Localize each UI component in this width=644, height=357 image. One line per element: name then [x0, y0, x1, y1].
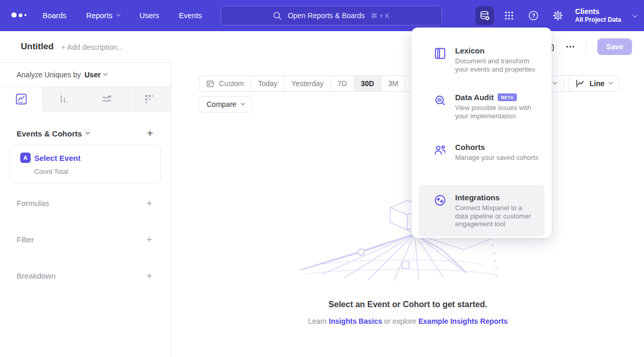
date-range-custom[interactable]: Custom: [199, 76, 251, 91]
example-reports-link[interactable]: Example Insights Reports: [418, 317, 508, 325]
menu-item-integrations[interactable]: Integrations Connect Mixpanel to a data …: [419, 185, 544, 237]
tab-retention-grid[interactable]: [128, 87, 171, 112]
bar-chart-icon: [58, 93, 70, 105]
chart-type-tabs: [0, 87, 171, 112]
beta-badge: BETA: [498, 93, 517, 101]
apps-grid-button[interactable]: [500, 6, 518, 25]
filter-label: Filter: [17, 235, 34, 244]
breakdown-label: Breakdown: [17, 271, 56, 280]
menu-item-title: Data Audit: [455, 93, 494, 102]
nav-link-users[interactable]: Users: [140, 11, 159, 20]
report-actions: Save: [544, 31, 632, 62]
analyze-row: Analyze Uniques by User: [17, 63, 107, 87]
line-chart-icon: [16, 93, 27, 105]
chevron-down-icon: [103, 71, 107, 75]
top-nav: Boards Reports Users Events Open Reports…: [0, 0, 644, 31]
menu-item-data-audit[interactable]: Data Audit BETA View possible issues wit…: [412, 93, 552, 120]
date-range-today[interactable]: Today: [251, 76, 284, 91]
explore-middle: or explore: [382, 317, 418, 325]
nav-link-events[interactable]: Events: [179, 11, 202, 20]
more-options-icon[interactable]: [566, 45, 575, 48]
line-style-icon: [576, 79, 585, 88]
menu-item-description: Manage your saved cohorts: [455, 154, 538, 162]
chevron-down-icon[interactable]: [633, 12, 638, 18]
lexicon-book-icon: [433, 47, 447, 60]
add-filter-button[interactable]: +: [146, 235, 152, 244]
query-builder-sidebar: Analyze Uniques by User: [0, 62, 171, 357]
menu-item-title: Cohorts: [455, 143, 485, 152]
database-gear-icon: [479, 10, 490, 21]
menu-item-title: Lexicon: [455, 46, 485, 55]
search-placeholder: Open Reports & Boards: [287, 11, 365, 20]
retention-grid-icon: [144, 93, 155, 105]
data-audit-icon: [433, 93, 447, 107]
settings-gear-icon: [552, 10, 564, 21]
add-formula-button[interactable]: +: [146, 198, 152, 208]
chevron-down-icon: [553, 80, 557, 84]
svg-text:?: ?: [532, 12, 536, 19]
menu-item-cohorts[interactable]: Cohorts Manage your saved cohorts: [412, 143, 552, 162]
divider: [586, 40, 586, 53]
menu-item-lexicon[interactable]: Lexicon Document and transform your even…: [412, 46, 552, 73]
events-cohorts-header: Events & Cohorts +: [17, 128, 153, 139]
analyze-label: Analyze Uniques by: [17, 71, 81, 79]
apps-grid-icon: [504, 10, 514, 21]
data-management-menu: Lexicon Document and transform your even…: [412, 28, 552, 238]
add-description-field[interactable]: + Add description...: [61, 43, 123, 51]
chevron-down-icon: [609, 80, 613, 84]
select-event-label[interactable]: Select Event: [34, 154, 80, 162]
event-card[interactable]: A Select Event Count Total: [9, 145, 161, 183]
report-title[interactable]: Untitled: [21, 42, 53, 52]
org-name: Clients: [575, 7, 621, 17]
global-search-input[interactable]: Open Reports & Boards ⌘ + K: [221, 6, 442, 25]
tab-flow[interactable]: [85, 87, 128, 112]
date-range-3m[interactable]: 3M: [381, 76, 405, 91]
breakdown-section: Breakdown +: [17, 271, 152, 281]
project-switcher[interactable]: Clients All Project Data: [575, 7, 621, 24]
nav-link-boards[interactable]: Boards: [43, 11, 66, 20]
formulas-section: Formulas +: [17, 198, 152, 208]
events-cohorts-label[interactable]: Events & Cohorts: [17, 129, 82, 138]
report-canvas: Custom Today Yesterday 7D 30D 3M 6M Line…: [172, 62, 644, 357]
menu-item-description: View possible issues with your implement…: [455, 104, 542, 120]
settings-button[interactable]: [549, 6, 567, 25]
empty-state-links: Learn Insights Basics or explore Example…: [172, 317, 644, 325]
date-range-7d[interactable]: 7D: [330, 76, 353, 91]
chevron-down-icon: [116, 12, 120, 16]
menu-item-description: Document and transform your events and p…: [455, 57, 542, 73]
calendar-icon: [206, 79, 214, 88]
chart-style-dropdown[interactable]: Line: [568, 75, 620, 92]
formulas-label: Formulas: [17, 199, 49, 208]
date-range-30d[interactable]: 30D: [353, 76, 381, 91]
empty-state-title: Select an Event or Cohort to get started…: [172, 300, 644, 309]
help-button[interactable]: ?: [524, 6, 543, 25]
cohorts-people-icon: [433, 143, 447, 157]
nav-link-reports[interactable]: Reports: [86, 11, 120, 20]
help-icon: ?: [528, 10, 539, 21]
chevron-down-icon[interactable]: [86, 130, 90, 134]
integrations-exchange-icon: [433, 194, 447, 207]
flow-icon: [101, 93, 113, 105]
save-button[interactable]: Save: [597, 38, 632, 55]
menu-item-title: Integrations: [455, 193, 500, 202]
nav-right-cluster: ? Clients All Project Data: [475, 0, 637, 31]
tab-line-chart[interactable]: [0, 87, 43, 112]
compare-dropdown[interactable]: Compare: [199, 96, 252, 113]
event-letter-badge: A: [20, 153, 31, 163]
tab-bar-chart[interactable]: [43, 87, 86, 112]
project-name: All Project Data: [575, 16, 621, 24]
menu-item-description: Connect Mixpanel to a data pipeline or c…: [455, 204, 536, 228]
date-range-yesterday[interactable]: Yesterday: [284, 76, 331, 91]
analyze-by-dropdown[interactable]: User: [85, 71, 107, 79]
add-breakdown-button[interactable]: +: [146, 271, 152, 281]
search-icon: [273, 11, 282, 20]
insights-basics-link[interactable]: Insights Basics: [329, 317, 382, 325]
count-type-label[interactable]: Count Total: [34, 168, 152, 175]
nav-links: Boards Reports Users Events: [43, 0, 202, 31]
add-event-button[interactable]: +: [147, 128, 153, 139]
chevron-down-icon: [240, 101, 244, 105]
learn-prefix: Learn: [308, 317, 329, 325]
mixpanel-logo[interactable]: [11, 12, 26, 18]
data-management-button[interactable]: [475, 6, 494, 25]
search-shortcut: ⌘ + K: [371, 12, 390, 20]
